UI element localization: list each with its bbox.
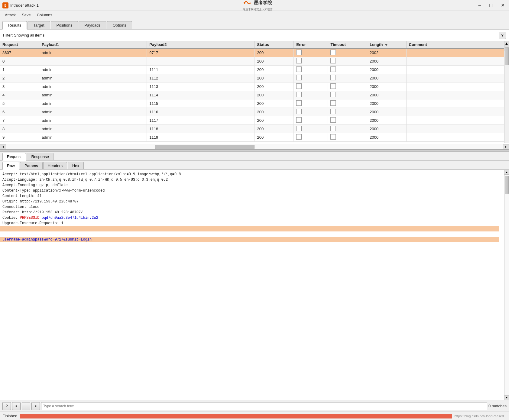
table-checkbox[interactable]: [330, 117, 336, 123]
table-row[interactable]: 9admin11192002000: [0, 133, 504, 142]
next-button[interactable]: >: [31, 402, 40, 410]
col-header-request: Request: [0, 41, 39, 48]
table-cell: admin: [39, 116, 147, 125]
content-scroll-track: [504, 175, 509, 395]
tab-results[interactable]: Results: [2, 21, 27, 30]
table-row[interactable]: 1admin11112002000: [0, 66, 504, 74]
tab-params[interactable]: Params: [20, 162, 43, 169]
maximize-button[interactable]: □: [488, 2, 494, 9]
table-checkbox[interactable]: [296, 117, 302, 123]
filter-help-button[interactable]: ?: [499, 32, 506, 39]
content-scroll-thumb[interactable]: [505, 176, 509, 194]
window-title: Intruder attack 1: [10, 3, 39, 8]
menu-columns[interactable]: Columns: [34, 12, 55, 18]
scroll-h-track: [6, 144, 503, 149]
table-cell: 3: [0, 82, 39, 91]
table-checkbox[interactable]: [296, 50, 302, 55]
table-checkbox[interactable]: [330, 92, 336, 97]
table-cell: [406, 48, 504, 57]
table-checkbox[interactable]: [330, 58, 336, 63]
status-text: Finished: [2, 414, 17, 418]
table-checkbox[interactable]: [330, 66, 336, 72]
scroll-right-arrow[interactable]: ►: [503, 144, 509, 150]
table-cell: [294, 48, 328, 57]
tab-options[interactable]: Options: [107, 21, 132, 29]
tab-raw[interactable]: Raw: [2, 162, 19, 170]
table-cell: [294, 74, 328, 82]
scroll-thumb[interactable]: [505, 47, 509, 65]
table-checkbox[interactable]: [296, 58, 302, 63]
table-checkbox[interactable]: [330, 109, 336, 114]
table-cell: admin: [39, 82, 147, 91]
table-checkbox[interactable]: [330, 50, 336, 55]
table-checkbox[interactable]: [296, 134, 302, 140]
filter-text: Filter: Showing all items: [3, 33, 44, 37]
title-bar-left: B Intruder attack 1: [2, 2, 39, 8]
table-row[interactable]: 02002000: [0, 57, 504, 66]
tab-request[interactable]: Request: [2, 153, 26, 161]
menu-attack[interactable]: Attack: [2, 12, 18, 18]
scroll-left-arrow[interactable]: ◄: [0, 144, 6, 150]
menu-save[interactable]: Save: [19, 12, 33, 18]
table-cell: 1115: [147, 99, 254, 108]
table-cell: 200: [254, 99, 294, 108]
table-cell: 200: [254, 48, 294, 57]
table-checkbox[interactable]: [296, 126, 302, 131]
tab-hex[interactable]: Hex: [68, 162, 84, 169]
table-checkbox[interactable]: [296, 66, 302, 72]
table-checkbox[interactable]: [330, 134, 336, 140]
brand-icon: [243, 0, 252, 6]
table-checkbox[interactable]: [330, 75, 336, 80]
results-table: Request Payload1 Payload2 Status Error T…: [0, 41, 504, 142]
table-checkbox[interactable]: [330, 83, 336, 89]
tab-response[interactable]: Response: [27, 153, 53, 160]
request-line: Referer: http://219.153.49.228:48707/: [2, 210, 502, 215]
table-scrollbar-right[interactable]: ▲ ▼: [504, 41, 509, 143]
content-scroll-down[interactable]: ▼: [504, 395, 509, 400]
cookie-key: PHPSESSID=: [20, 216, 42, 220]
table-row[interactable]: 7admin11172002000: [0, 116, 504, 125]
prev-button[interactable]: <: [12, 402, 21, 410]
table-row[interactable]: 8607admin97172002002: [0, 48, 504, 57]
table-cell: 200: [254, 74, 294, 82]
table-checkbox[interactable]: [296, 83, 302, 89]
table-cell: 6: [0, 108, 39, 116]
tab-payloads[interactable]: Payloads: [79, 21, 106, 29]
table-cell: 2000: [367, 108, 407, 116]
tab-positions[interactable]: Positions: [51, 21, 78, 29]
table-checkbox[interactable]: [296, 75, 302, 80]
table-header: Request Payload1 Payload2 Status Error T…: [0, 41, 504, 48]
tab-headers[interactable]: Headers: [43, 162, 67, 169]
sort-length-icon: [385, 44, 387, 46]
table-row[interactable]: 8admin11182002000: [0, 125, 504, 133]
scroll-up-arrow[interactable]: ▲: [504, 41, 509, 46]
minimize-button[interactable]: –: [476, 2, 483, 9]
table-checkbox[interactable]: [296, 92, 302, 97]
add-button[interactable]: +: [22, 402, 30, 410]
close-button[interactable]: ✕: [499, 2, 507, 9]
table-row[interactable]: 2admin11122002000: [0, 74, 504, 82]
help-toolbar-button[interactable]: ?: [2, 402, 11, 410]
table-checkbox[interactable]: [330, 100, 336, 106]
search-toolbar: ? < + > 0 matches: [0, 400, 509, 412]
content-scroll-up[interactable]: ▲: [504, 170, 509, 175]
table-row[interactable]: 6admin11162002000: [0, 108, 504, 116]
search-input[interactable]: [41, 402, 487, 410]
table-row[interactable]: 3admin11132002000: [0, 82, 504, 91]
table-checkbox[interactable]: [296, 100, 302, 106]
table-checkbox[interactable]: [296, 109, 302, 114]
request-line: Accept-Language: zh-CN,zh;q=0.8,zh-TW;q=…: [2, 177, 502, 183]
table-cell: [328, 48, 367, 57]
window-controls: – □ ✕: [476, 2, 507, 9]
tab-target[interactable]: Target: [28, 21, 50, 29]
table-row[interactable]: 4admin11142002000: [0, 91, 504, 99]
app-logo: B: [2, 2, 8, 8]
table-row[interactable]: 5admin11152002000: [0, 99, 504, 108]
table-cell: [294, 108, 328, 116]
table-checkbox[interactable]: [330, 126, 336, 131]
table-cell: 9: [0, 133, 39, 142]
col-header-comment: Comment: [406, 41, 504, 48]
scroll-h-thumb[interactable]: [155, 145, 254, 149]
table-cell: [406, 116, 504, 125]
table-cell: 5: [0, 99, 39, 108]
